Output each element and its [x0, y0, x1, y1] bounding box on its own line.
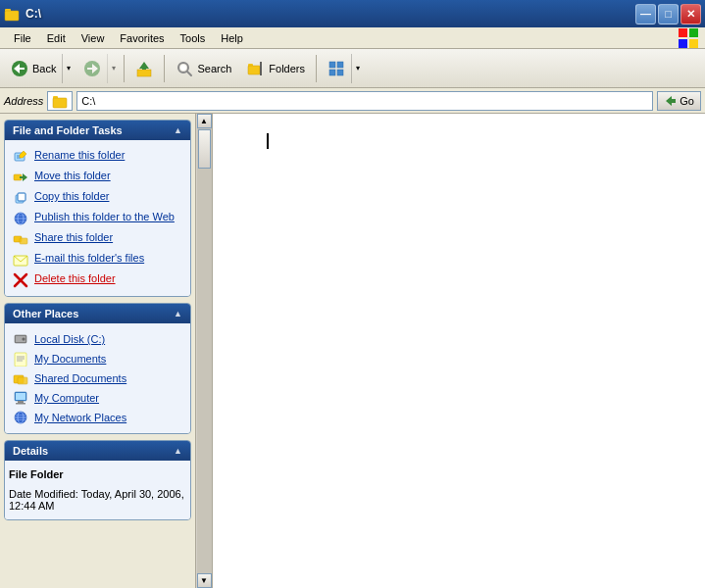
task-move[interactable]: Move this folder [9, 167, 186, 187]
svg-rect-22 [337, 62, 343, 68]
go-button[interactable]: Go [657, 91, 701, 111]
place-network[interactable]: My Network Places [9, 408, 186, 427]
place-shareddocs-label: Shared Documents [34, 372, 126, 384]
views-button[interactable]: ▾ [321, 53, 364, 84]
file-folder-tasks-panel: File and Folder Tasks ▲ Rename this fold… [4, 120, 191, 297]
file-folder-tasks-title: File and Folder Tasks [13, 124, 123, 136]
place-shareddocs[interactable]: Shared Documents [9, 368, 186, 388]
svg-rect-58 [16, 393, 25, 400]
folders-label: Folders [269, 63, 305, 74]
task-move-label: Move this folder [34, 169, 111, 182]
menu-tools[interactable]: Tools [173, 30, 214, 46]
place-mydocs[interactable]: My Documents [9, 349, 186, 368]
forward-button[interactable]: ▾ [76, 53, 120, 84]
svg-rect-60 [16, 403, 25, 405]
svg-rect-18 [248, 64, 253, 67]
place-network-label: My Network Places [34, 412, 126, 423]
title-buttons: — □ ✕ [635, 4, 701, 24]
up-arrow-icon [135, 60, 153, 77]
close-button[interactable]: ✕ [680, 4, 701, 24]
minimize-button[interactable]: — [635, 4, 656, 24]
forward-button-main[interactable] [77, 54, 107, 83]
place-mydocs-label: My Documents [34, 353, 106, 365]
up-button[interactable] [128, 53, 160, 84]
menu-file[interactable]: File [6, 30, 39, 46]
address-folder-icon [52, 93, 68, 109]
details-modified: Date Modified: Today, April 30, 2006, 12… [9, 486, 186, 514]
task-email[interactable]: E-mail this folder's files [9, 249, 186, 270]
svg-rect-35 [18, 193, 25, 201]
svg-rect-0 [5, 11, 19, 21]
right-content [213, 114, 705, 588]
address-label: Address [4, 95, 43, 107]
svg-point-16 [180, 65, 186, 71]
rename-icon [13, 149, 28, 165]
details-title: Details [13, 445, 48, 457]
menu-edit[interactable]: Edit [39, 30, 74, 46]
other-places-title: Other Places [13, 308, 78, 319]
svg-rect-59 [18, 401, 24, 403]
task-rename-label: Rename this folder [34, 148, 125, 162]
address-input[interactable] [76, 91, 653, 111]
task-publish[interactable]: Publish this folder to the Web [9, 208, 186, 228]
task-delete-label: Delete this folder [34, 271, 116, 285]
details-body: File Folder Date Modified: Today, April … [5, 461, 190, 519]
scroll-thumb[interactable] [198, 129, 211, 169]
views-icon [327, 60, 345, 77]
menu-view[interactable]: View [74, 30, 113, 46]
toolbar-separator-1 [124, 55, 125, 82]
place-mycomputer-label: My Computer [34, 392, 99, 404]
svg-rect-21 [329, 62, 335, 68]
left-panel: File and Folder Tasks ▲ Rename this fold… [0, 114, 196, 588]
svg-rect-23 [329, 70, 335, 75]
maximize-button[interactable]: □ [658, 4, 679, 24]
svg-rect-25 [53, 98, 67, 108]
back-button[interactable]: Back ▾ [4, 53, 75, 84]
place-mycomputer[interactable]: My Computer [9, 388, 186, 408]
svg-rect-26 [53, 96, 58, 99]
file-folder-tasks-header[interactable]: File and Folder Tasks ▲ [5, 121, 190, 140]
back-button-main[interactable]: Back [5, 54, 62, 83]
go-label: Go [680, 95, 694, 107]
svg-rect-43 [20, 238, 27, 244]
svg-rect-24 [337, 70, 343, 75]
text-cursor [267, 133, 269, 149]
details-header[interactable]: Details ▲ [5, 441, 190, 461]
details-type: File Folder [9, 466, 186, 482]
move-icon [13, 170, 28, 185]
svg-rect-6 [689, 39, 698, 48]
shareddocs-icon [13, 370, 28, 386]
views-button-main[interactable] [322, 54, 351, 83]
scroll-down-arrow[interactable]: ▼ [197, 573, 212, 588]
mycomputer-icon [13, 390, 28, 406]
task-delete[interactable]: Delete this folder [9, 270, 186, 290]
svg-rect-17 [248, 66, 260, 74]
back-dropdown-arrow[interactable]: ▾ [62, 54, 74, 83]
search-button[interactable]: Search [169, 53, 238, 84]
toolbar-separator-2 [164, 55, 165, 82]
details-chevron: ▲ [174, 446, 182, 456]
task-share-label: Share this folder [34, 230, 113, 244]
search-label: Search [197, 63, 231, 74]
task-copy-label: Copy this folder [34, 189, 109, 203]
scroll-up-arrow[interactable]: ▲ [197, 114, 212, 128]
svg-rect-4 [689, 28, 698, 37]
menu-help[interactable]: Help [213, 30, 251, 46]
place-localdisk[interactable]: Local Disk (C:) [9, 329, 186, 349]
task-copy[interactable]: Copy this folder [9, 187, 186, 208]
other-places-header[interactable]: Other Places ▲ [5, 304, 190, 323]
svg-point-50 [23, 338, 24, 339]
task-rename[interactable]: Rename this folder [9, 146, 186, 167]
svg-marker-28 [666, 96, 676, 106]
other-places-body: Local Disk (C:) My Documents [5, 323, 190, 433]
file-folder-tasks-chevron: ▲ [174, 125, 182, 135]
address-icon-box [47, 91, 73, 111]
menu-favorites[interactable]: Favorites [112, 30, 172, 46]
address-bar: Address Go [0, 88, 705, 114]
forward-dropdown-arrow[interactable]: ▾ [107, 54, 119, 83]
folders-icon [247, 60, 265, 77]
task-publish-label: Publish this folder to the Web [34, 210, 175, 223]
views-dropdown-arrow[interactable]: ▾ [351, 54, 363, 83]
task-share[interactable]: Share this folder [9, 228, 186, 249]
folders-button[interactable]: Folders [240, 53, 312, 84]
